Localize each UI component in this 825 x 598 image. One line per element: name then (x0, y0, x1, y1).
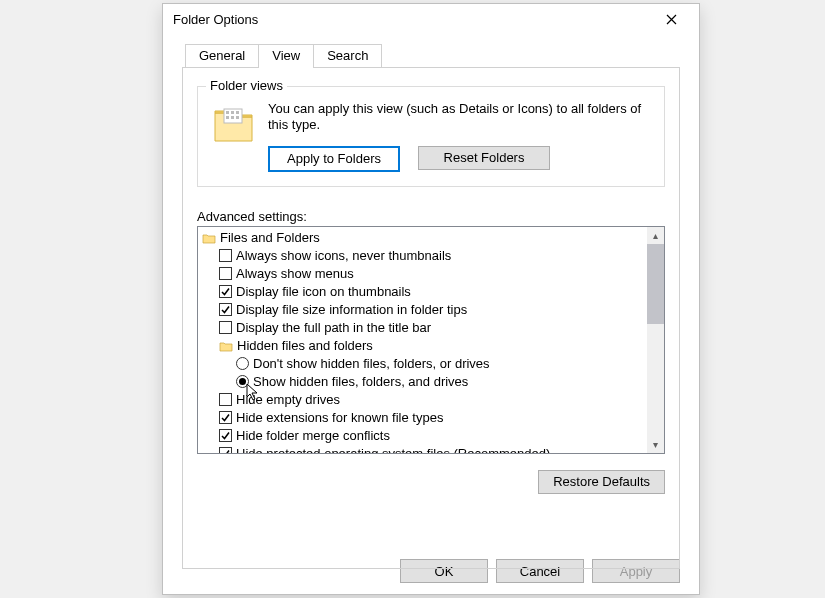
checkbox[interactable] (219, 249, 232, 262)
tab-general[interactable]: General (185, 44, 259, 67)
scroll-thumb[interactable] (647, 244, 664, 324)
folder-options-dialog: Folder Options General View Search Folde… (162, 3, 700, 595)
adv-item-label: Hide extensions for known file types (236, 410, 443, 425)
adv-item[interactable]: Hide extensions for known file types (219, 409, 662, 427)
adv-item[interactable]: Display file size information in folder … (219, 301, 662, 319)
adv-item-label: Hidden files and folders (237, 338, 373, 353)
checkbox[interactable] (219, 303, 232, 316)
adv-item-label: Always show icons, never thumbnails (236, 248, 451, 263)
adv-item: Hidden files and folders (219, 337, 662, 355)
adv-item[interactable]: Always show icons, never thumbnails (219, 247, 662, 265)
checkbox[interactable] (219, 267, 232, 280)
window-title: Folder Options (173, 12, 651, 27)
titlebar: Folder Options (163, 4, 699, 34)
checkbox[interactable] (219, 429, 232, 442)
advanced-settings-list[interactable]: Files and Folders Always show icons, nev… (197, 226, 665, 454)
svg-rect-3 (236, 111, 239, 114)
tab-search[interactable]: Search (313, 44, 382, 67)
svg-rect-4 (226, 116, 229, 119)
tree-root-files-folders: Files and Folders (202, 229, 662, 247)
adv-item[interactable]: Always show menus (219, 265, 662, 283)
scrollbar[interactable]: ▴ ▾ (647, 227, 664, 453)
advanced-settings-label: Advanced settings: (197, 209, 665, 224)
adv-item-label: Always show menus (236, 266, 354, 281)
checkbox[interactable] (219, 411, 232, 424)
checkbox[interactable] (219, 393, 232, 406)
restore-defaults-button[interactable]: Restore Defaults (538, 470, 665, 494)
adv-item[interactable]: Don't show hidden files, folders, or dri… (236, 355, 662, 373)
folder-views-legend: Folder views (206, 78, 287, 93)
radio[interactable] (236, 357, 249, 370)
folder-icon (219, 340, 233, 352)
adv-item[interactable]: Show hidden files, folders, and drives (236, 373, 662, 391)
adv-item-label: Hide folder merge conflicts (236, 428, 390, 443)
adv-item-label: Hide empty drives (236, 392, 340, 407)
svg-rect-2 (231, 111, 234, 114)
folder-icon (202, 232, 216, 244)
adv-item[interactable]: Display the full path in the title bar (219, 319, 662, 337)
checkbox[interactable] (219, 447, 232, 454)
close-button[interactable] (651, 5, 691, 33)
svg-rect-1 (226, 111, 229, 114)
adv-item-label: Hide protected operating system files (R… (236, 446, 550, 454)
adv-item[interactable]: Display file icon on thumbnails (219, 283, 662, 301)
checkbox[interactable] (219, 321, 232, 334)
adv-item[interactable]: Hide folder merge conflicts (219, 427, 662, 445)
adv-item-label: Display file size information in folder … (236, 302, 467, 317)
adv-item-label: Show hidden files, folders, and drives (253, 374, 468, 389)
adv-item[interactable]: Hide empty drives (219, 391, 662, 409)
folder-views-description: You can apply this view (such as Details… (268, 101, 650, 134)
scroll-up-arrow[interactable]: ▴ (647, 227, 664, 244)
close-icon (666, 14, 677, 25)
svg-rect-5 (231, 116, 234, 119)
adv-item-label: Don't show hidden files, folders, or dri… (253, 356, 490, 371)
apply-to-folders-button[interactable]: Apply to Folders (268, 146, 400, 172)
adv-item-label: Display the full path in the title bar (236, 320, 431, 335)
tabstrip: General View Search (163, 34, 699, 67)
checkbox[interactable] (219, 285, 232, 298)
radio[interactable] (236, 375, 249, 388)
reset-folders-button[interactable]: Reset Folders (418, 146, 550, 170)
adv-item[interactable]: Hide protected operating system files (R… (219, 445, 662, 454)
folder-views-group: Folder views You can apply this view (su… (197, 86, 665, 187)
advanced-settings-content: Files and Folders Always show icons, nev… (198, 227, 664, 454)
tab-view[interactable]: View (258, 44, 314, 68)
tree-root-label: Files and Folders (220, 230, 320, 245)
tabpanel-view: Folder views You can apply this view (su… (182, 67, 680, 569)
scroll-down-arrow[interactable]: ▾ (647, 436, 664, 453)
adv-item-label: Display file icon on thumbnails (236, 284, 411, 299)
folder-icon (212, 101, 256, 145)
svg-rect-6 (236, 116, 239, 119)
